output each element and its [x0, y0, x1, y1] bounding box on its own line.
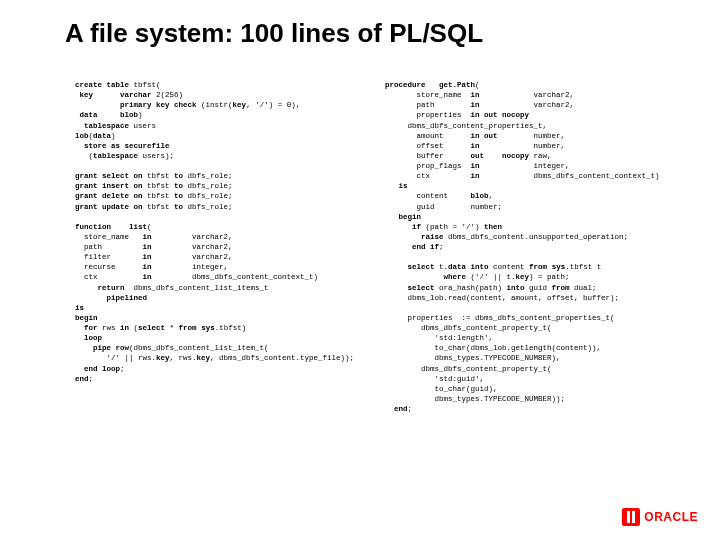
oracle-logo-mark: [622, 508, 640, 526]
oracle-logo-text: ORACLE: [644, 510, 698, 524]
code-column-right: procedure get.Path( store_name in varcha…: [375, 80, 690, 510]
slide-title: A file system: 100 lines of PL/SQL: [0, 0, 720, 49]
code-column-left: create table tbfst( key varchar 2(256) p…: [75, 80, 375, 510]
oracle-logo: ORACLE: [622, 508, 698, 526]
code-block: create table tbfst( key varchar 2(256) p…: [75, 80, 690, 510]
